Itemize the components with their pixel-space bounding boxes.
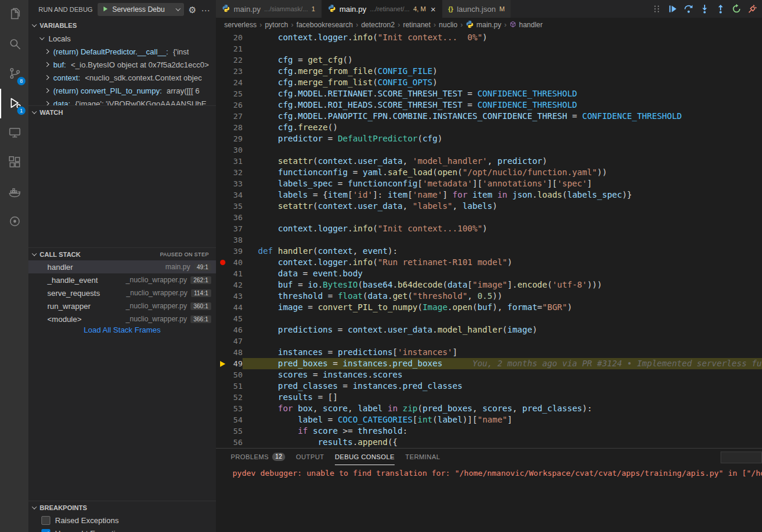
code-line[interactable]: 43 threshold = float(data.get("threshold… xyxy=(216,291,762,302)
code-line[interactable]: 36 xyxy=(216,212,762,223)
panel-tab-problems[interactable]: PROBLEMS12 xyxy=(231,449,285,465)
breakpoint-glyph[interactable] xyxy=(216,257,230,268)
breadcrumb-item[interactable]: handler xyxy=(509,21,543,30)
code-line[interactable]: 22 cfg = get_cfg() xyxy=(216,54,762,66)
code-line[interactable]: 53 for box, score, label in zip(pred_box… xyxy=(216,403,762,414)
code-line[interactable]: 50 scores = instances.scores xyxy=(216,369,762,381)
breakpoint-row[interactable]: Uncaught Exceptions xyxy=(28,527,216,532)
stack-frame-row[interactable]: run_wrapper_nuclio_wrapper.py360:1 xyxy=(28,299,216,312)
code-line[interactable]: 55 if score >= threshold: xyxy=(216,425,762,437)
code-line[interactable]: 34 labels = {item['id']: item['name'] fo… xyxy=(216,189,762,201)
stack-frame-row[interactable]: <module>_nuclio_wrapper.py366:1 xyxy=(28,312,216,325)
code-line[interactable]: 31 setattr(context.user_data, 'model_han… xyxy=(216,156,762,167)
code-line[interactable]: 27 cfg.MODEL.PANOPTIC_FPN.COMBINE.INSTAN… xyxy=(216,111,762,122)
code-line[interactable]: 37 context.logger.info("Init context...1… xyxy=(216,223,762,234)
editor-tab[interactable]: main.py.../retinanet/...4, M× xyxy=(322,0,443,18)
console-filter-input[interactable] xyxy=(721,452,762,463)
stack-frame-row[interactable]: _handle_event_nuclio_wrapper.py262:1 xyxy=(28,273,216,286)
code-editor[interactable]: 20 context.logger.info("Init context... … xyxy=(216,32,762,448)
code-line[interactable]: 41 data = event.body xyxy=(216,268,762,279)
code-line[interactable]: 25 cfg.MODEL.RETINANET.SCORE_THRESH_TEST… xyxy=(216,88,762,99)
continue-icon[interactable] xyxy=(667,3,679,15)
code-line[interactable]: 49 pred_boxes = instances.pred_boxes You… xyxy=(216,358,762,369)
activity-item-explorer[interactable] xyxy=(0,0,28,30)
editor-tab[interactable]: main.py.../siammask/...1 xyxy=(216,0,322,18)
activity-item-run-and-debug[interactable]: 1 xyxy=(0,89,28,118)
start-debug-icon[interactable] xyxy=(102,5,109,14)
variables-section-header[interactable]: VARIABLES xyxy=(28,19,216,32)
activity-item-search[interactable] xyxy=(0,30,28,59)
step-out-icon[interactable] xyxy=(715,3,727,15)
breakpoint-checkbox[interactable] xyxy=(41,516,50,525)
code-line[interactable]: 40 context.logger.info("Run retinanet-R1… xyxy=(216,257,762,268)
code-line[interactable]: 46 predictions = context.user_data.model… xyxy=(216,324,762,336)
step-over-icon[interactable] xyxy=(683,3,695,15)
debug-config-dropdown[interactable]: Serverless Debu xyxy=(98,3,184,16)
breadcrumb-item[interactable]: pytorch xyxy=(265,21,288,29)
call-stack-section-header[interactable]: CALL STACK PAUSED ON STEP xyxy=(28,247,216,260)
activity-item-circle-extension[interactable] xyxy=(0,207,28,237)
variables-scope-locals[interactable]: Locals xyxy=(28,32,216,45)
current-frame-glyph[interactable] xyxy=(216,358,230,369)
variable-row[interactable]: data:{'image': 'iVBORw0KGgoAAAANSUhE xyxy=(28,97,216,105)
code-line[interactable]: 42 buf = io.BytesIO(base64.b64decode(dat… xyxy=(216,279,762,291)
line-number: 34 xyxy=(230,189,243,201)
variable-row[interactable]: buf:<_io.BytesIO object at 0x7f5a2dc1ecc… xyxy=(28,58,216,71)
code-line[interactable]: 51 pred_classes = instances.pred_classes xyxy=(216,381,762,392)
code-line[interactable]: 39def handler(context, event): xyxy=(216,246,762,257)
code-line[interactable]: 30 xyxy=(216,144,762,156)
code-line[interactable]: 26 cfg.MODEL.ROI_HEADS.SCORE_THRESH_TEST… xyxy=(216,99,762,111)
step-into-icon[interactable] xyxy=(699,3,711,15)
restart-icon[interactable] xyxy=(731,3,742,15)
variable-row[interactable]: context:<nuclio_sdk.context.Context obje… xyxy=(28,71,216,84)
code-line[interactable]: 33 labels_spec = functionconfig['metadat… xyxy=(216,178,762,189)
code-line[interactable]: 29 predictor = DefaultPredictor(cfg) xyxy=(216,133,762,144)
glyph-margin xyxy=(216,43,230,54)
code-line[interactable]: 23 cfg.merge_from_file(CONFIG_FILE) xyxy=(216,66,762,77)
breadcrumb-item[interactable]: facebookresearch xyxy=(296,21,353,29)
gear-icon[interactable]: ⚙ xyxy=(189,5,196,14)
code-line[interactable]: 48 instances = predictions['instances'] xyxy=(216,347,762,358)
more-actions-icon[interactable]: ··· xyxy=(201,5,210,14)
activity-item-docker[interactable] xyxy=(0,178,28,207)
code-line[interactable]: 28 cfg.freeze() xyxy=(216,122,762,133)
code-line[interactable]: 47 xyxy=(216,336,762,347)
code-line[interactable]: 38 xyxy=(216,234,762,246)
code-line[interactable]: 35 setattr(context.user_data, "labels", … xyxy=(216,201,762,212)
variable-row[interactable]: (return) convert_PIL_to_numpy:array([[[ … xyxy=(28,84,216,97)
activity-item-extensions[interactable] xyxy=(0,148,28,178)
code-line[interactable]: 44 image = convert_PIL_to_numpy(Image.op… xyxy=(216,302,762,313)
code-line[interactable]: 20 context.logger.info("Init context... … xyxy=(216,32,762,43)
activity-item-remote-explorer[interactable] xyxy=(0,118,28,148)
breadcrumb-item[interactable]: nuclio xyxy=(439,21,457,29)
stack-frame-row[interactable]: handlermain.py49:1 xyxy=(28,260,216,273)
panel-tab-terminal[interactable]: TERMINAL xyxy=(405,449,440,465)
code-line[interactable]: 21 xyxy=(216,43,762,54)
breadcrumb-item[interactable]: main.py xyxy=(466,20,501,30)
python-icon xyxy=(222,4,230,14)
panel-tab-output[interactable]: OUTPUT xyxy=(296,449,324,465)
disconnect-icon[interactable] xyxy=(747,3,758,15)
code-line[interactable]: 45 xyxy=(216,313,762,324)
breakpoints-section-header[interactable]: BREAKPOINTS xyxy=(28,501,216,514)
panel-tab-debug-console[interactable]: DEBUG CONSOLE xyxy=(335,449,395,465)
editor-tab[interactable]: {}launch.jsonM xyxy=(443,0,512,18)
code-line[interactable]: 24 cfg.merge_from_list(CONFIG_OPTS) xyxy=(216,77,762,88)
close-icon[interactable]: × xyxy=(431,5,436,14)
variable-row[interactable]: (return) DefaultPredictor.__call__:{'ins… xyxy=(28,45,216,58)
code-line[interactable]: 32 functionconfig = yaml.safe_load(open(… xyxy=(216,167,762,178)
debug-console-output[interactable]: pydev debugger: unable to find translati… xyxy=(216,465,762,532)
code-line[interactable]: 56 results.append({ xyxy=(216,437,762,448)
stack-frame-row[interactable]: serve_requests_nuclio_wrapper.py114:1 xyxy=(28,286,216,299)
breadcrumb-item[interactable]: detectron2 xyxy=(361,21,395,29)
line-content xyxy=(243,144,762,156)
breakpoint-row[interactable]: Raised Exceptions xyxy=(28,514,216,527)
code-line[interactable]: 54 label = COCO_CATEGORIES[int(label)]["… xyxy=(216,414,762,425)
load-all-stack-frames-link[interactable]: Load All Stack Frames xyxy=(28,325,216,336)
activity-item-source-control[interactable]: 8 xyxy=(0,59,28,89)
breadcrumb-item[interactable]: retinanet xyxy=(403,21,431,29)
code-line[interactable]: 52 results = [] xyxy=(216,392,762,403)
watch-section-header[interactable]: WATCH xyxy=(28,105,216,118)
breadcrumb-item[interactable]: serverless xyxy=(224,21,257,29)
breakpoint-checkbox[interactable] xyxy=(41,529,50,532)
